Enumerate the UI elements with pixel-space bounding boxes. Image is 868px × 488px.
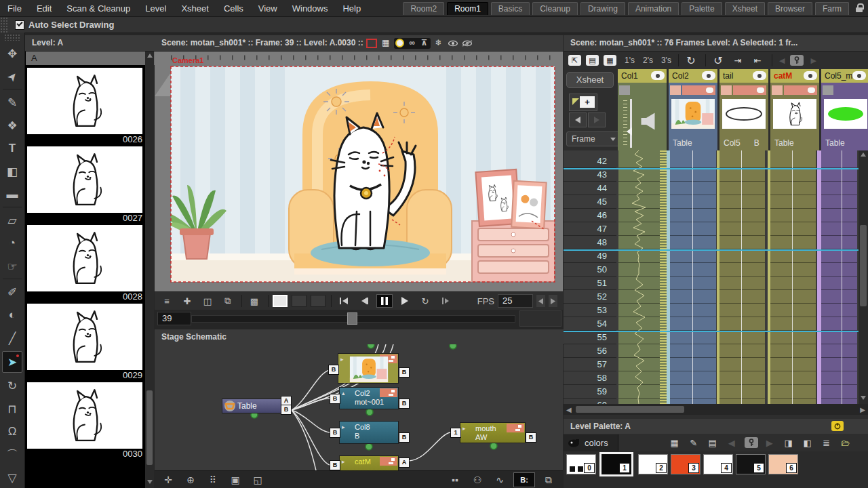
- frame-mode-dropdown[interactable]: Frame: [566, 131, 620, 146]
- new-raster-level-icon[interactable]: ▤: [586, 55, 599, 66]
- frame-row-number[interactable]: 45: [564, 195, 607, 209]
- iron-tool[interactable]: ▽: [3, 468, 22, 488]
- node-expand-icon[interactable]: ▸: [342, 423, 345, 432]
- room-tab-room1[interactable]: Room1: [447, 2, 488, 15]
- minimize-nodes-icon[interactable]: ▣: [226, 473, 244, 487]
- field-grid-icon[interactable]: ▦: [380, 38, 392, 49]
- stage-schematic-title[interactable]: Stage Schematic: [155, 329, 570, 345]
- speaker-icon[interactable]: [639, 111, 660, 131]
- lock-rooms-icon[interactable]: [856, 3, 864, 13]
- frame-row-number[interactable]: 53: [564, 304, 607, 317]
- menu-help[interactable]: Help: [335, 3, 368, 14]
- room-tab-palette[interactable]: Palette: [682, 2, 722, 15]
- rgb-picker-tool[interactable]: ◐: [3, 305, 22, 325]
- menu-scan-cleanup[interactable]: Scan & Cleanup: [59, 3, 138, 14]
- schematic-node-col8[interactable]: ▸ Col8 B: [339, 421, 399, 444]
- camera-stand-view-icon[interactable]: ⊼: [418, 38, 431, 49]
- menu-edit[interactable]: Edit: [29, 3, 59, 14]
- eraser-tool[interactable]: ▱: [3, 210, 22, 230]
- ruler-tool[interactable]: ╱: [3, 328, 22, 348]
- level-frame-thumb[interactable]: [27, 68, 142, 134]
- frame-number-gutter[interactable]: 42 43 44 45 46 47 48 49 50 51 52 53 54 5…: [564, 150, 616, 404]
- column-color-chip[interactable]: [772, 85, 783, 95]
- xsheet-title-bar[interactable]: Scene: motan_sh001* :: 76 Frames Level: …: [564, 35, 868, 52]
- frame-row-number[interactable]: 54: [564, 317, 607, 331]
- scroll-handle[interactable]: [146, 390, 153, 465]
- menu-cells[interactable]: Cells: [216, 3, 251, 14]
- thumbnail-port-left[interactable]: B: [328, 365, 339, 375]
- scroll-right-icon[interactable]: ▶: [860, 406, 865, 413]
- schematic-node-thumbnail[interactable]: ▸: [338, 353, 399, 384]
- next-drawing-button[interactable]: [588, 113, 606, 127]
- col2-port-left[interactable]: B: [330, 394, 340, 404]
- column-thumbnail[interactable]: [773, 99, 816, 129]
- frame-row-number[interactable]: 49: [564, 249, 607, 263]
- swatch-0[interactable]: 0: [566, 454, 596, 474]
- swatch-5[interactable]: 5: [736, 454, 766, 474]
- scroll-up-icon[interactable]: [861, 152, 866, 157]
- scroll-left-icon[interactable]: ◀: [566, 406, 572, 413]
- list-view-icon[interactable]: ≣: [819, 436, 834, 449]
- frame-row-number[interactable]: 52: [564, 290, 607, 304]
- menu-view[interactable]: View: [251, 3, 285, 14]
- new-page-icon[interactable]: ◧: [800, 436, 815, 449]
- room-tab-browser[interactable]: Browser: [768, 2, 812, 15]
- step-2s-button[interactable]: 2's: [643, 56, 653, 65]
- auto-select-drawing-checkbox[interactable]: [15, 20, 24, 30]
- catm-port-right[interactable]: A: [399, 458, 410, 468]
- next-key-icon[interactable]: ▶: [810, 56, 816, 65]
- focus-node-icon[interactable]: ⊕: [182, 473, 199, 487]
- save-palette-as-icon[interactable]: ✎: [686, 436, 701, 449]
- column-visibility-eye-icon[interactable]: [804, 71, 817, 80]
- tape-tool[interactable]: ◔: [3, 233, 22, 253]
- add-level-button[interactable]: +: [569, 94, 597, 111]
- xsheet-horizontal-scrollbar[interactable]: ◀ ▶: [564, 404, 868, 415]
- level-frame-thumb[interactable]: [27, 225, 142, 291]
- column-lock-bar[interactable]: [682, 85, 715, 95]
- fullscreen-icon[interactable]: ◱: [249, 473, 267, 487]
- swatch-2[interactable]: 2: [638, 454, 668, 474]
- fps-decrease-icon[interactable]: [536, 295, 545, 307]
- prev-key-icon[interactable]: ◀: [779, 56, 785, 65]
- camera-view-icon[interactable]: [394, 38, 406, 49]
- sub-camera-preview-icon[interactable]: [366, 38, 378, 49]
- schematic-node-col2[interactable]: ▴ Col2 mot~001: [339, 387, 399, 409]
- room-tab-xsheet[interactable]: Xsheet: [725, 2, 765, 15]
- catm-port-left[interactable]: B: [330, 460, 340, 470]
- room-tab-cleanup[interactable]: Cleanup: [532, 2, 578, 15]
- schematic-node-table[interactable]: Table: [222, 399, 281, 413]
- guide-layers-icon[interactable]: ⧉: [220, 294, 236, 308]
- frame-row-number[interactable]: 47: [564, 222, 607, 236]
- magnet-tool[interactable]: Ω: [3, 422, 22, 442]
- column-visibility-eye-icon[interactable]: [702, 71, 715, 80]
- level-strip-scrollbar[interactable]: [145, 52, 154, 488]
- column-parent-label[interactable]: Table: [774, 138, 794, 148]
- col2-port-right[interactable]: B: [399, 399, 410, 409]
- swatch-1[interactable]: 1: [601, 454, 631, 474]
- level-palette-title[interactable]: Level Palette: A: [564, 419, 868, 434]
- column-parent-label[interactable]: Table: [825, 138, 845, 148]
- snapshot-icon[interactable]: ✚: [179, 294, 195, 308]
- freeze-icon[interactable]: ❄: [433, 38, 445, 49]
- column-lock-bar[interactable]: [784, 85, 817, 95]
- frame-slider-handle[interactable]: [347, 312, 357, 325]
- node-expand-icon[interactable]: ▴: [342, 389, 345, 398]
- stage-mode-icon[interactable]: ⚇: [469, 473, 486, 487]
- style-grid-view-icon[interactable]: ▦: [667, 436, 682, 449]
- viewer-title-bar[interactable]: Scene: motan_sh001* :: Frame: 39 :: Leve…: [155, 35, 563, 52]
- column-thumbnail[interactable]: [722, 99, 766, 129]
- style-picker-tool[interactable]: ✐: [3, 282, 22, 302]
- column-color-chip[interactable]: [670, 85, 681, 95]
- new-style-icon[interactable]: ◨: [781, 436, 796, 449]
- palette-page-tab[interactable]: colors: [564, 434, 618, 451]
- control-point-editor-tool[interactable]: ➤: [2, 351, 22, 373]
- normalize-icon[interactable]: ⠿: [204, 473, 222, 487]
- swatch-3[interactable]: 3: [671, 454, 701, 474]
- fps-field[interactable]: 25: [498, 294, 533, 308]
- frame-row-number[interactable]: 57: [564, 358, 607, 371]
- preview-view-mode-button[interactable]: [311, 295, 326, 307]
- column-filter-chip[interactable]: [823, 85, 833, 95]
- selection-tool[interactable]: ➤: [0, 63, 26, 91]
- sound-column-cells[interactable]: [618, 150, 660, 404]
- volume-slider-handle[interactable]: [627, 127, 632, 136]
